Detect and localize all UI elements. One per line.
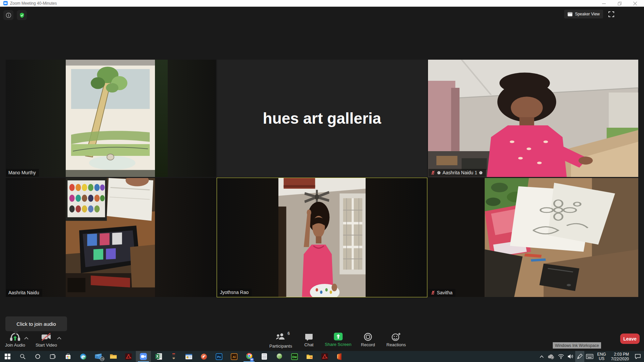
join-audio-label: Join Audio xyxy=(5,343,25,348)
video-feed xyxy=(428,60,638,177)
volume-icon[interactable] xyxy=(566,351,575,362)
chat-button[interactable]: Chat xyxy=(295,333,323,347)
zoom-taskbar-icon[interactable] xyxy=(136,351,151,362)
svg-text:X: X xyxy=(156,355,158,358)
join-audio-tooltip-arrow xyxy=(13,331,19,335)
reactions-label: Reactions xyxy=(386,342,406,347)
mail-app-icon[interactable]: 16 xyxy=(91,351,106,362)
encryption-shield-button[interactable] xyxy=(17,10,27,20)
meeting-info-button[interactable] xyxy=(3,10,13,20)
language-code: ENG xyxy=(597,352,606,357)
participants-label: Participants xyxy=(269,344,292,349)
store-button[interactable] xyxy=(60,351,75,362)
art-supplies-view xyxy=(66,178,155,297)
mic-muted-icon xyxy=(431,290,435,295)
pencil-app-icon[interactable] xyxy=(166,351,181,362)
palette-edge xyxy=(155,60,168,177)
participant-name-tag: Savitha xyxy=(428,289,455,297)
video-tile-aashrita-naidu[interactable]: Aashrita Naidu xyxy=(6,178,216,297)
flower-icon xyxy=(479,171,483,175)
participants-count: 6 xyxy=(287,331,290,336)
virtual-background-text: hues art galleria xyxy=(217,60,427,177)
language-indicator[interactable]: ENG US xyxy=(595,352,608,361)
photoshop-icon[interactable]: Ps xyxy=(211,351,226,362)
start-video-button[interactable]: Start Video xyxy=(35,333,58,348)
acrobat-reader-icon[interactable] xyxy=(121,351,136,362)
speaker-video xyxy=(278,178,366,297)
folder-app-icon[interactable] xyxy=(302,351,317,362)
reactions-button[interactable]: Reactions xyxy=(382,333,410,347)
shield-check-icon xyxy=(19,12,25,18)
video-tile-savitha[interactable]: Savitha xyxy=(428,178,638,297)
participants-button[interactable]: 6 Participants xyxy=(267,333,295,349)
illustrator-icon[interactable]: Ai xyxy=(226,351,241,362)
info-icon xyxy=(6,12,11,18)
svg-text:Ps: Ps xyxy=(217,355,221,359)
share-screen-button[interactable]: Share Screen xyxy=(323,333,353,347)
office-icon[interactable] xyxy=(332,351,347,362)
search-button[interactable] xyxy=(15,351,30,362)
record-icon xyxy=(364,333,372,341)
chat-label: Chat xyxy=(304,342,313,347)
watercolor-painting xyxy=(66,60,155,177)
photo-paint-icon[interactable] xyxy=(196,351,211,362)
join-audio-button[interactable]: Join Audio xyxy=(4,333,26,348)
chrome-gmail-icon[interactable]: M xyxy=(241,351,257,362)
record-label: Record xyxy=(361,342,375,347)
mail-unread-badge: 16 xyxy=(100,357,104,361)
file-explorer-icon[interactable] xyxy=(106,351,121,362)
speaker-view-button[interactable]: Speaker View xyxy=(564,10,603,18)
participant-name: Aashrita Naidu xyxy=(8,290,39,295)
presentation-app-icon[interactable] xyxy=(181,351,196,362)
video-tile-jyothsna-rao-active[interactable]: Jyothsna Rao xyxy=(217,178,427,297)
restore-button[interactable] xyxy=(614,0,625,7)
windows-ink-workspace-button[interactable] xyxy=(575,351,584,362)
dreamweaver-icon[interactable]: Dw xyxy=(287,351,302,362)
meeting-toolbar: Join Audio Start Video xyxy=(0,331,644,351)
window-titlebar: Zoom Meeting 40-Minutes xyxy=(0,0,644,7)
close-button[interactable] xyxy=(629,0,641,7)
onedrive-paused-icon[interactable] xyxy=(545,351,556,362)
flower-icon xyxy=(437,171,441,175)
record-button[interactable]: Record xyxy=(354,333,382,347)
calculator-icon[interactable] xyxy=(257,351,272,362)
speaker-view-icon xyxy=(568,12,573,16)
reactions-icon xyxy=(391,333,401,341)
excel-icon[interactable]: X xyxy=(151,351,166,362)
wifi-icon[interactable] xyxy=(556,351,566,362)
leave-button[interactable]: Leave xyxy=(620,334,640,344)
windows-taskbar: 16 X Ps Ai M Dw xyxy=(0,351,644,362)
join-audio-options-caret[interactable] xyxy=(24,335,29,341)
participant-name: Mano Murthy xyxy=(8,170,36,175)
system-tray: ENG US 2:03 PM 7/22/2020 xyxy=(538,351,644,362)
edge-browser-icon[interactable] xyxy=(75,351,91,362)
video-tile-hues-art-galleria[interactable]: hues art galleria xyxy=(217,60,427,177)
fullscreen-icon xyxy=(608,11,614,17)
participant-name: Aashrita Naidu 1 xyxy=(442,170,477,175)
speaker-view-label: Speaker View xyxy=(575,12,600,16)
participant-name-tag: Jyothsna Rao xyxy=(218,289,252,296)
gmail-badge: M xyxy=(250,358,254,362)
tray-time: 2:03 PM xyxy=(611,352,629,357)
touch-keyboard-button[interactable] xyxy=(584,351,595,362)
share-screen-icon xyxy=(334,333,343,341)
minimize-button[interactable] xyxy=(598,0,609,7)
acrobat-reader-icon-2[interactable] xyxy=(317,351,332,362)
video-tile-aashrita-naidu-1[interactable]: Aashrita Naidu 1 xyxy=(428,60,638,177)
start-video-options-caret[interactable] xyxy=(57,335,61,341)
join-audio-tooltip: Click to join audio xyxy=(5,316,67,331)
tray-date: 7/22/2020 xyxy=(611,357,629,361)
action-center-button[interactable] xyxy=(632,351,644,362)
task-view-button[interactable] xyxy=(45,351,60,362)
taskbar-clock[interactable]: 2:03 PM 7/22/2020 xyxy=(608,352,632,361)
tray-show-hidden-button[interactable] xyxy=(538,351,545,362)
coreldraw-icon[interactable] xyxy=(272,351,287,362)
cortana-button[interactable] xyxy=(30,351,45,362)
video-camera-off-icon xyxy=(40,333,52,342)
share-screen-label: Share Screen xyxy=(325,342,352,347)
start-button[interactable] xyxy=(0,351,15,362)
video-tile-mano-murthy[interactable]: Mano Murthy xyxy=(6,60,216,177)
start-video-label: Start Video xyxy=(36,343,57,348)
window-title: Zoom Meeting 40-Minutes xyxy=(10,1,57,6)
fullscreen-button[interactable] xyxy=(608,11,614,17)
